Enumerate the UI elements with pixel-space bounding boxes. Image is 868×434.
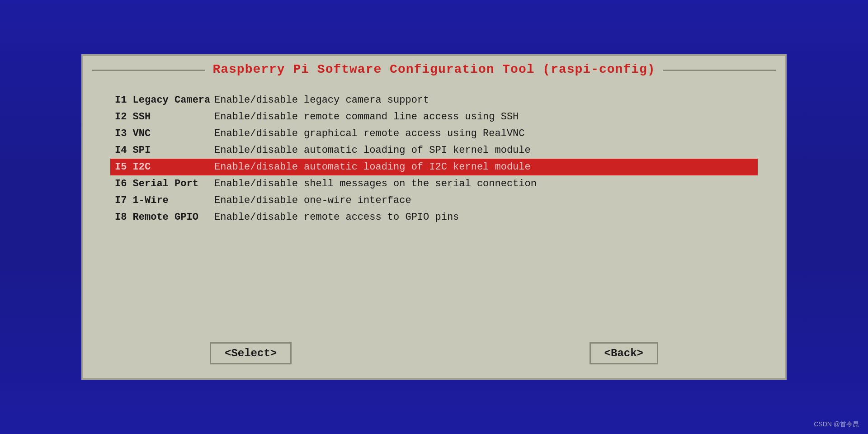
menu-item-id: I5 I2C: [115, 161, 214, 173]
menu-item-i8-remote-gpio[interactable]: I8 Remote GPIOEnable/disable remote acce…: [110, 209, 758, 226]
screen-container: Raspberry Pi Software Configuration Tool…: [0, 0, 868, 434]
menu-item-description: Enable/disable remote command line acces…: [214, 111, 753, 123]
menu-item-description: Enable/disable automatic loading of I2C …: [214, 161, 753, 173]
menu-item-i2-ssh[interactable]: I2 SSHEnable/disable remote command line…: [110, 108, 758, 125]
window-title: Raspberry Pi Software Configuration Tool…: [205, 62, 662, 76]
menu-item-description: Enable/disable automatic loading of SPI …: [214, 145, 753, 156]
menu-item-i6-serial-port[interactable]: I6 Serial PortEnable/disable shell messa…: [110, 175, 758, 192]
menu-item-i1-legacy-camera[interactable]: I1 Legacy CameraEnable/disable legacy ca…: [110, 92, 758, 108]
menu-item-i7-1-wire[interactable]: I7 1-WireEnable/disable one-wire interfa…: [110, 192, 758, 209]
menu-item-id: I6 Serial Port: [115, 178, 214, 189]
buttons-row: <Select> <Back>: [83, 333, 785, 378]
menu-item-id: I8 Remote GPIO: [115, 212, 214, 223]
back-button[interactable]: <Back>: [590, 342, 658, 364]
menu-item-id: I3 VNC: [115, 128, 214, 139]
menu-item-i4-spi[interactable]: I4 SPIEnable/disable automatic loading o…: [110, 142, 758, 159]
menu-item-id: I7 1-Wire: [115, 195, 214, 206]
menu-item-id: I4 SPI: [115, 145, 214, 156]
menu-content: I1 Legacy CameraEnable/disable legacy ca…: [83, 83, 785, 333]
menu-item-i5-i2c[interactable]: I5 I2CEnable/disable automatic loading o…: [110, 159, 758, 175]
select-button[interactable]: <Select>: [210, 342, 292, 364]
menu-item-description: Enable/disable one-wire interface: [214, 195, 753, 206]
menu-item-description: Enable/disable remote access to GPIO pin…: [214, 212, 753, 223]
terminal-window: Raspberry Pi Software Configuration Tool…: [81, 54, 787, 380]
menu-item-description: Enable/disable graphical remote access u…: [214, 128, 753, 139]
menu-item-i3-vnc[interactable]: I3 VNCEnable/disable graphical remote ac…: [110, 125, 758, 142]
menu-item-description: Enable/disable shell messages on the ser…: [214, 178, 753, 189]
menu-item-description: Enable/disable legacy camera support: [214, 94, 753, 106]
watermark: CSDN @首令昆: [814, 420, 859, 429]
title-bar: Raspberry Pi Software Configuration Tool…: [83, 56, 785, 83]
menu-item-id: I2 SSH: [115, 111, 214, 123]
menu-item-id: I1 Legacy Camera: [115, 94, 214, 106]
